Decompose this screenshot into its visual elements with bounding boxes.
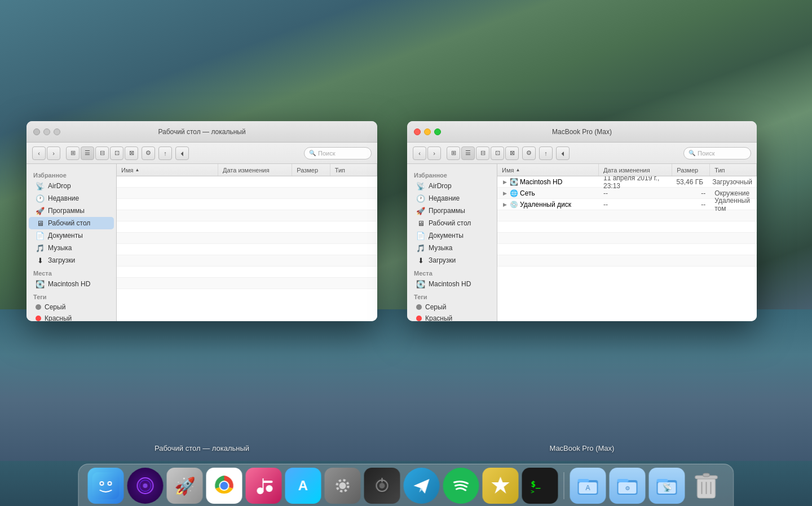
col-date-1[interactable]: Дата изменения [218, 164, 292, 176]
dock-icon-trash[interactable] [689, 468, 725, 504]
sidebar-item-airdrop-1[interactable]: 📡 AirDrop [29, 180, 114, 192]
col-size-2[interactable]: Размер [672, 164, 710, 176]
sidebar-item-apps-1[interactable]: 🚀 Программы [29, 205, 114, 217]
col-type-1[interactable]: Тип [330, 164, 377, 176]
back-button-2[interactable]: ‹ [413, 147, 426, 160]
file-row-2[interactable]: ▶ 💿 Удаленный диск -- -- Удаленный том [497, 199, 757, 210]
dock-icon-settings[interactable] [325, 468, 361, 504]
expand-0[interactable]: ▶ [502, 179, 508, 185]
minimize-button-1[interactable] [43, 128, 50, 135]
list-view-1[interactable]: ☰ [81, 147, 94, 160]
file-row-0[interactable]: ▶ 💽 Macintosh HD 11 апреля 2019 г., 23:1… [497, 176, 757, 188]
desktop-icon-1: 🖥 [36, 219, 45, 228]
back-button-1[interactable]: ‹ [32, 147, 46, 160]
dock-icon-finder[interactable] [88, 468, 124, 504]
dock-icon-spotify[interactable] [443, 468, 479, 504]
sidebar-item-hd-1[interactable]: 💽 Macintosh HD [29, 278, 114, 290]
sidebar-item-airdrop-2[interactable]: 📡 AirDrop [409, 180, 495, 192]
sidebar-item-docs-2[interactable]: 📄 Документы [409, 229, 495, 242]
close-button-1[interactable] [33, 128, 40, 135]
toolbar-1: ‹ › ⊞ ☰ ⊟ ⊡ ⊠ ⚙ ↑ ⏴ 🔍 Поиск [27, 143, 377, 164]
dock-icon-terminal[interactable]: $_ > [522, 468, 558, 504]
dock-icon-reeder[interactable] [483, 468, 519, 504]
close-button-2[interactable] [414, 128, 421, 135]
dock-icon-applications[interactable]: A [570, 468, 606, 504]
sidebar-item-apps-2[interactable]: 🚀 Программы [409, 205, 495, 217]
dock-icon-telegram[interactable] [404, 468, 440, 504]
forward-button-2[interactable]: › [427, 147, 441, 160]
sidebar-item-tag-gray-1[interactable]: Серый [29, 301, 114, 313]
sidebar-item-recent-1[interactable]: 🕐 Недавние [29, 192, 114, 205]
col-name-2[interactable]: Имя ▲ [497, 164, 599, 176]
tag-button-1[interactable]: ⏴ [175, 147, 189, 160]
sidebar-item-music-2[interactable]: 🎵 Музыка [409, 242, 495, 254]
cover-view-1[interactable]: ⊡ [110, 147, 123, 160]
sidebar-item-docs-1[interactable]: 📄 Документы [29, 229, 114, 242]
file-name-0: ▶ 💽 Macintosh HD [497, 178, 599, 186]
action-button-2[interactable]: ⚙ [522, 147, 536, 160]
dock-icon-itunes[interactable] [246, 468, 282, 504]
cover-view-2[interactable]: ⊡ [491, 147, 504, 160]
window-body-2: Избранное 📡 AirDrop 🕐 Недавние 🚀 Програм… [407, 164, 757, 321]
column-view-2[interactable]: ⊟ [476, 147, 489, 160]
dock-icon-logic[interactable] [364, 468, 400, 504]
action-button-1[interactable]: ⚙ [142, 147, 155, 160]
share-button-2[interactable]: ↑ [539, 147, 553, 160]
appstore-icon: A [292, 474, 315, 497]
traffic-lights-2[interactable] [414, 128, 441, 135]
sidebar-item-desktop-2[interactable]: 🖥 Рабочий стол [409, 217, 495, 229]
forward-button-1[interactable]: › [47, 147, 60, 160]
maximize-button-1[interactable] [54, 128, 60, 135]
sidebar-item-desktop-1[interactable]: 🖥 Рабочий стол [29, 217, 114, 229]
minimize-button-2[interactable] [424, 128, 431, 135]
dock-icon-utilities[interactable]: ⚙ [610, 468, 646, 504]
sidebar-item-hd-2[interactable]: 💽 Macintosh HD [409, 278, 495, 290]
finder-icon [92, 472, 120, 499]
search-box-2[interactable]: 🔍 Поиск [683, 147, 751, 159]
reeder-icon [489, 474, 512, 497]
tag-button-2[interactable]: ⏴ [556, 147, 570, 160]
sidebar-item-tag-red-1[interactable]: Красный [29, 313, 114, 321]
file-row-empty-6 [117, 233, 377, 244]
sort-arrow-2: ▲ [515, 167, 520, 172]
docs-icon-1: 📄 [36, 231, 45, 240]
gallery-view-2[interactable]: ⊠ [505, 147, 519, 160]
dock-icon-rocket[interactable]: 🚀 [167, 468, 203, 504]
file-row-empty-4 [117, 210, 377, 221]
col-name-1[interactable]: Имя ▲ [117, 164, 218, 176]
gallery-view-1[interactable]: ⊠ [125, 147, 138, 160]
icon-view-1[interactable]: ⊞ [66, 147, 80, 160]
icon-view-2[interactable]: ⊞ [447, 147, 460, 160]
sidebar-label-airdrop-2: AirDrop [429, 182, 452, 190]
sidebar-label-downloads-2: Загрузки [429, 256, 456, 264]
bg-sea [0, 309, 812, 461]
sidebar-item-tag-red-2[interactable]: Красный [409, 313, 495, 321]
svg-point-11 [220, 482, 228, 490]
share-button-1[interactable]: ↑ [158, 147, 172, 160]
sidebar-item-tag-gray-2[interactable]: Серый [409, 301, 495, 313]
col-size-1[interactable]: Размер [292, 164, 330, 176]
sidebar-item-recent-2[interactable]: 🕐 Недавние [409, 192, 495, 205]
svg-text:$_: $_ [531, 480, 541, 489]
traffic-lights-1[interactable] [33, 128, 60, 135]
list-view-2[interactable]: ☰ [461, 147, 475, 160]
dock-icon-siri[interactable] [127, 468, 164, 504]
sidebar-item-music-1[interactable]: 🎵 Музыка [29, 242, 114, 254]
dock-icon-airdrop-folder[interactable]: 📡 [649, 468, 685, 504]
sidebar-item-downloads-2[interactable]: ⬇ Загрузки [409, 254, 495, 267]
file-date-1: -- [599, 189, 672, 197]
expand-2[interactable]: ▶ [502, 202, 508, 207]
file-row-empty-e [497, 255, 757, 267]
dock-icon-chrome[interactable] [206, 468, 242, 504]
sidebar-label-desktop-1: Рабочий стол [48, 219, 90, 227]
column-view-1[interactable]: ⊟ [95, 147, 109, 160]
maximize-button-2[interactable] [434, 128, 441, 135]
expand-1[interactable]: ▶ [502, 190, 508, 196]
col-date-2[interactable]: Дата изменения [599, 164, 672, 176]
sidebar-label-tag-gray-1: Серый [45, 303, 65, 311]
tag-red-dot-1 [36, 316, 41, 321]
dock-icon-appstore[interactable]: A [285, 468, 321, 504]
col-type-2[interactable]: Тип [710, 164, 757, 176]
sidebar-item-downloads-1[interactable]: ⬇ Загрузки [29, 254, 114, 267]
search-box-1[interactable]: 🔍 Поиск [304, 147, 372, 159]
